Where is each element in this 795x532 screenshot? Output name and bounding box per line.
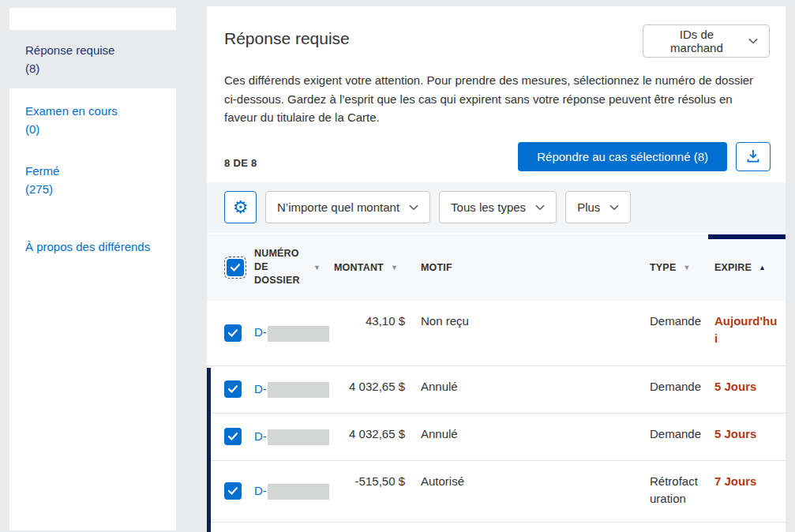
select-all-checkbox-cell bbox=[224, 257, 254, 279]
more-filters-value: Plus bbox=[577, 200, 600, 214]
page-title: Réponse requise bbox=[224, 24, 350, 48]
type-cell: Demande bbox=[650, 301, 714, 365]
sidebar-item-count: (275) bbox=[25, 180, 160, 198]
sidebar-item-ferme[interactable]: Fermé (275) bbox=[25, 162, 160, 198]
sidebar-item-reponse-requise[interactable]: Réponse requise (8) bbox=[25, 41, 114, 77]
table-settings-button[interactable]: ⚙ bbox=[224, 191, 257, 223]
chevron-down-icon bbox=[535, 204, 545, 211]
case-number-link[interactable]: D- bbox=[254, 428, 334, 445]
type-cell: Rétrofacturation bbox=[650, 461, 714, 522]
table-row: D-43,10 $Non reçuDemandeAujourd'hui bbox=[207, 301, 786, 366]
row-checkbox[interactable] bbox=[224, 482, 242, 500]
amount-cell: -515,50 $ bbox=[334, 461, 405, 522]
select-all-checkbox-focus-ring bbox=[224, 257, 246, 279]
respond-to-case-button[interactable]: Répondre au cas sélectionné (8) bbox=[518, 142, 727, 171]
check-icon bbox=[228, 433, 238, 440]
type-cell: Demande bbox=[650, 414, 714, 460]
case-number-prefix: D- bbox=[254, 382, 267, 395]
redacted-case-number bbox=[268, 484, 329, 500]
reason-cell: Annulé bbox=[405, 414, 650, 460]
type-cell: Demande bbox=[650, 366, 714, 413]
column-header-reason: MOTIF bbox=[405, 262, 650, 273]
column-header-expires[interactable]: EXPIRE ▲ bbox=[714, 262, 786, 273]
sidebar-item-label: Fermé bbox=[25, 162, 160, 180]
row-checkbox-cell bbox=[224, 324, 254, 342]
check-icon bbox=[231, 264, 240, 272]
select-all-checkbox[interactable] bbox=[227, 259, 244, 276]
table-row: D-4 032,65 $AnnuléDemande5 Jours bbox=[207, 414, 786, 461]
check-icon bbox=[228, 385, 238, 393]
row-checkbox[interactable] bbox=[224, 380, 242, 398]
expires-cell: 7 Jours bbox=[714, 461, 786, 522]
redacted-case-number bbox=[268, 429, 329, 445]
gear-icon: ⚙ bbox=[233, 199, 249, 216]
type-filter-dropdown[interactable]: Tous les types bbox=[439, 191, 557, 223]
row-checkbox[interactable] bbox=[224, 428, 242, 445]
expires-cell: Aujourd'hui bbox=[714, 301, 786, 365]
action-row: 8 DE 8 Répondre au cas sélectionné (8) bbox=[224, 142, 771, 171]
row-checkbox-cell bbox=[224, 428, 254, 445]
case-number-link[interactable]: D- bbox=[254, 324, 334, 341]
check-icon bbox=[228, 329, 238, 337]
amount-cell: 4 032,65 $ bbox=[334, 366, 405, 413]
sidebar-item-count: (8) bbox=[25, 59, 114, 77]
case-number-link[interactable]: D- bbox=[254, 482, 334, 500]
download-button[interactable] bbox=[736, 142, 771, 171]
description-text: Ces différends exigent votre attention. … bbox=[224, 71, 758, 127]
check-icon bbox=[228, 487, 238, 495]
sidebar-item-label: Examen en cours bbox=[25, 102, 160, 120]
sort-ascending-icon: ▲ bbox=[759, 264, 766, 272]
merchant-ids-dropdown-value: IDs de marchand bbox=[654, 28, 739, 54]
amount-cell: 4 032,65 $ bbox=[334, 414, 405, 460]
table-row: D-4 032,65 $AnnuléDemande5 Jours bbox=[207, 366, 786, 414]
expires-cell: 5 Jours bbox=[714, 366, 786, 413]
table-header: NUMÉRO DE DOSSIER ▼ MONTANT ▼ MOTIF TYPE… bbox=[207, 233, 786, 301]
reason-cell: Autorisé bbox=[405, 461, 650, 522]
sidebar-item-examen-en-cours[interactable]: Examen en cours (0) bbox=[25, 102, 160, 138]
reason-cell: Annulé bbox=[405, 366, 650, 413]
chevron-down-icon bbox=[409, 204, 418, 211]
merchant-ids-dropdown[interactable]: IDs de marchand bbox=[643, 24, 770, 58]
sidebar-item-label: Réponse requise bbox=[25, 41, 114, 59]
main-header: Réponse requise IDs de marchand bbox=[207, 6, 786, 58]
amount-cell: 43,10 $ bbox=[334, 301, 405, 365]
disputes-page: Réponse requise (8) Examen en cours (0) … bbox=[0, 0, 795, 532]
case-number-prefix: D- bbox=[254, 429, 267, 443]
main-card: Réponse requise IDs de marchand Ces diff… bbox=[207, 6, 786, 532]
chevron-down-icon bbox=[609, 204, 619, 211]
column-header-amount[interactable]: MONTANT ▼ bbox=[334, 262, 405, 273]
more-filters-dropdown[interactable]: Plus bbox=[565, 191, 631, 223]
amount-filter-value: N’importe quel montant bbox=[277, 200, 399, 214]
sidebar-card: Examen en cours (0) Fermé (275) À propos… bbox=[9, 88, 176, 530]
reason-cell: Non reçu bbox=[405, 301, 650, 365]
case-number-link[interactable]: D- bbox=[254, 380, 334, 398]
chevron-down-icon bbox=[748, 38, 758, 44]
amount-filter-dropdown[interactable]: N’importe quel montant bbox=[265, 191, 430, 223]
sort-descending-icon: ▼ bbox=[313, 264, 321, 272]
download-icon bbox=[744, 148, 762, 165]
sort-descending-icon: ▼ bbox=[683, 264, 690, 272]
table-body: D-43,10 $Non reçuDemandeAujourd'huiD-4 0… bbox=[207, 301, 786, 523]
sorted-column-indicator bbox=[708, 234, 786, 239]
row-checkbox-cell bbox=[224, 380, 254, 398]
sidebar-top-placeholder bbox=[9, 8, 176, 30]
sidebar-item-count: (0) bbox=[25, 120, 160, 138]
row-checkbox-cell bbox=[224, 482, 254, 500]
column-header-type[interactable]: TYPE ▼ bbox=[650, 262, 714, 273]
sort-descending-icon: ▼ bbox=[391, 264, 398, 272]
table-left-scrollbar[interactable] bbox=[207, 368, 211, 532]
filter-bar: ⚙ N’importe quel montant Tous les types … bbox=[207, 182, 786, 233]
table-row: D--515,50 $AutoriséRétrofacturation7 Jou… bbox=[207, 461, 786, 523]
results-count: 8 DE 8 bbox=[224, 157, 257, 169]
case-number-prefix: D- bbox=[254, 325, 267, 339]
type-filter-value: Tous les types bbox=[451, 200, 526, 214]
redacted-case-number bbox=[268, 326, 329, 342]
sidebar-link-about-disputes[interactable]: À propos des différends bbox=[25, 240, 160, 253]
column-header-case-number[interactable]: NUMÉRO DE DOSSIER ▼ bbox=[254, 247, 334, 287]
expires-cell: 5 Jours bbox=[714, 414, 786, 460]
redacted-case-number bbox=[268, 382, 329, 398]
row-checkbox[interactable] bbox=[224, 324, 242, 342]
case-number-prefix: D- bbox=[254, 484, 267, 497]
